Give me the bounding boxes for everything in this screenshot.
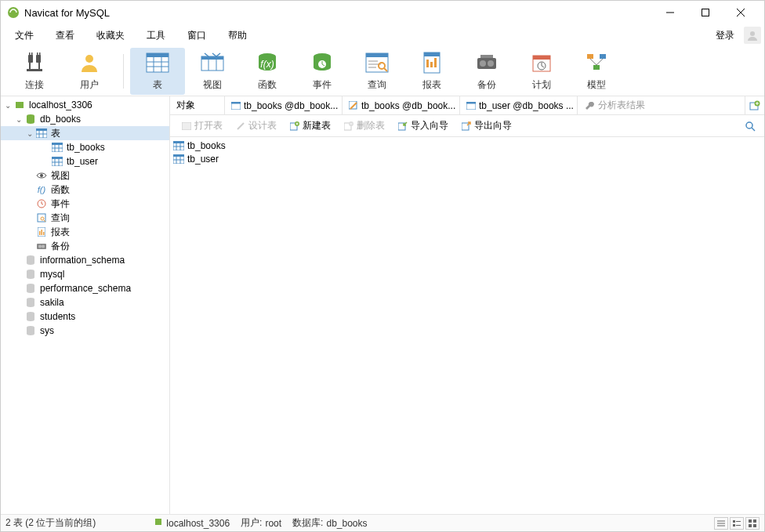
tree-tables-folder[interactable]: ⌄ 表 bbox=[1, 126, 169, 140]
table-icon bbox=[51, 141, 63, 154]
svg-line-76 bbox=[42, 204, 43, 204]
tree-label: 函数 bbox=[51, 183, 70, 197]
toolbar-function[interactable]: f(x) 函数 bbox=[240, 48, 295, 95]
tree-queries[interactable]: 查询 bbox=[1, 211, 169, 225]
new-table-button[interactable]: 新建表 bbox=[285, 118, 335, 134]
close-button[interactable] bbox=[723, 1, 758, 24]
export-button[interactable]: 导出向导 bbox=[456, 118, 517, 134]
backup-icon bbox=[35, 240, 48, 252]
tree-database[interactable]: performance_schema bbox=[1, 281, 169, 295]
list-item[interactable]: tb_user bbox=[172, 152, 763, 165]
tree-label: tb_books bbox=[67, 142, 105, 153]
svg-rect-53 bbox=[593, 65, 600, 70]
event-icon bbox=[310, 50, 335, 75]
menu-file[interactable]: 文件 bbox=[4, 26, 45, 45]
design-icon bbox=[349, 100, 358, 111]
add-tab-icon[interactable] bbox=[745, 100, 764, 111]
import-icon bbox=[397, 121, 408, 132]
btn-label: 删除表 bbox=[357, 119, 385, 132]
collapse-icon[interactable]: ⌄ bbox=[2, 101, 13, 110]
tree-database[interactable]: students bbox=[1, 309, 169, 324]
toolbar-model[interactable]: 模型 bbox=[569, 48, 624, 95]
tree-reports[interactable]: 报表 bbox=[1, 225, 169, 239]
delete-table-button[interactable]: 删除表 bbox=[339, 118, 390, 134]
toolbar-table[interactable]: 表 bbox=[130, 48, 185, 95]
tree-table-item[interactable]: tb_user bbox=[1, 154, 169, 168]
menu-view[interactable]: 查看 bbox=[45, 26, 85, 45]
connection-icon bbox=[13, 99, 26, 111]
tab-label: 分析表结果 bbox=[598, 99, 645, 112]
tree-database[interactable]: sakila bbox=[1, 295, 169, 309]
toolbar-event[interactable]: 事件 bbox=[295, 48, 350, 95]
toolbar-report[interactable]: 报表 bbox=[404, 48, 459, 95]
toolbar-connection[interactable]: 连接 bbox=[7, 48, 62, 95]
svg-rect-15 bbox=[147, 53, 169, 57]
btn-label: 设计表 bbox=[248, 119, 277, 132]
database-inactive-icon bbox=[24, 268, 37, 280]
svg-point-86 bbox=[42, 245, 45, 248]
user-avatar-icon[interactable] bbox=[744, 27, 761, 44]
database-icon bbox=[24, 113, 37, 125]
svg-point-0 bbox=[8, 7, 19, 18]
svg-rect-52 bbox=[600, 54, 606, 59]
design-table-button[interactable]: 设计表 bbox=[230, 118, 281, 134]
toolbar-label: 视图 bbox=[203, 78, 222, 92]
toolbar-label: 连接 bbox=[25, 78, 44, 92]
collapse-icon[interactable]: ⌄ bbox=[13, 115, 24, 124]
toolbar-view[interactable]: 视图 bbox=[185, 48, 240, 95]
list-item[interactable]: tb_books bbox=[172, 139, 763, 152]
query-icon bbox=[35, 212, 48, 224]
object-list[interactable]: tb_books tb_user bbox=[170, 137, 764, 514]
svg-point-5 bbox=[750, 31, 755, 36]
login-button[interactable]: 登录 bbox=[709, 26, 741, 45]
tree-events[interactable]: 事件 bbox=[1, 197, 169, 211]
tree-database[interactable]: sys bbox=[1, 324, 169, 338]
app-logo-icon bbox=[7, 6, 20, 19]
view-grid-button[interactable] bbox=[745, 517, 760, 530]
connection-tree[interactable]: ⌄ localhost_3306 ⌄ db_books ⌄ 表 tb_books… bbox=[1, 96, 170, 514]
tree-database[interactable]: information_schema bbox=[1, 253, 169, 267]
svg-rect-128 bbox=[733, 520, 735, 523]
toolbar-schedule[interactable]: 计划 bbox=[514, 48, 569, 95]
tab-item[interactable]: tb_user @db_books ... bbox=[460, 96, 578, 115]
view-list-button[interactable] bbox=[714, 517, 728, 530]
tree-functions[interactable]: f()函数 bbox=[1, 183, 169, 197]
tree-connection[interactable]: ⌄ localhost_3306 bbox=[1, 98, 169, 112]
open-table-button[interactable]: 打开表 bbox=[176, 118, 227, 134]
tree-backups[interactable]: 备份 bbox=[1, 239, 169, 253]
minimize-button[interactable] bbox=[652, 1, 687, 24]
collapse-icon[interactable]: ⌄ bbox=[24, 129, 35, 138]
tree-database[interactable]: mysql bbox=[1, 267, 169, 281]
tree-views[interactable]: 视图 bbox=[1, 168, 169, 183]
toolbar-backup[interactable]: 备份 bbox=[459, 48, 514, 95]
tree-label: localhost_3306 bbox=[29, 100, 92, 110]
maximize-button[interactable] bbox=[687, 1, 723, 24]
tab-item[interactable]: tb_books @db_book... bbox=[225, 96, 343, 115]
schedule-icon bbox=[529, 50, 554, 75]
tab-item[interactable]: tb_books @db_book... bbox=[343, 96, 460, 115]
menu-help[interactable]: 帮助 bbox=[217, 26, 258, 45]
toolbar-separator bbox=[123, 54, 124, 89]
tree-label: 表 bbox=[51, 127, 60, 140]
svg-rect-12 bbox=[27, 69, 42, 71]
tab-objects[interactable]: 对象 bbox=[170, 96, 225, 115]
search-button[interactable] bbox=[742, 121, 758, 132]
menu-tools[interactable]: 工具 bbox=[136, 26, 176, 45]
tree-database-active[interactable]: ⌄ db_books bbox=[1, 112, 169, 126]
view-details-button[interactable] bbox=[730, 517, 744, 530]
menu-window[interactable]: 窗口 bbox=[176, 26, 217, 45]
toolbar-query[interactable]: 查询 bbox=[350, 48, 404, 95]
svg-rect-11 bbox=[39, 52, 41, 56]
svg-rect-21 bbox=[201, 56, 223, 60]
delete-icon bbox=[343, 121, 354, 132]
tab-analysis[interactable]: 分析表结果 bbox=[578, 96, 745, 115]
toolbar-label: 表 bbox=[153, 78, 162, 92]
report-icon bbox=[35, 226, 48, 238]
import-button[interactable]: 导入向导 bbox=[393, 118, 453, 134]
tree-table-item[interactable]: tb_books bbox=[1, 140, 169, 154]
tree-label: performance_schema bbox=[40, 283, 131, 294]
toolbar-user[interactable]: 用户 bbox=[62, 48, 117, 95]
menu-favorites[interactable]: 收藏夹 bbox=[85, 26, 136, 45]
toolbar-label: 模型 bbox=[587, 78, 606, 92]
design-icon bbox=[235, 121, 246, 132]
